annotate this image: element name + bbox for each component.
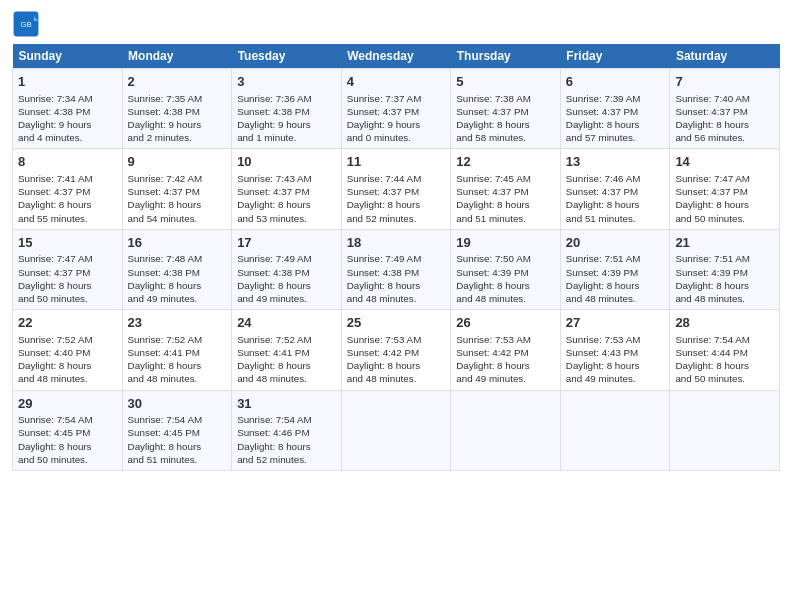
col-header-saturday: Saturday: [670, 44, 780, 69]
calendar-cell: 9Sunrise: 7:42 AMSunset: 4:37 PMDaylight…: [122, 149, 232, 229]
day-info: Sunrise: 7:44 AMSunset: 4:37 PMDaylight:…: [347, 172, 446, 225]
day-info: Sunrise: 7:53 AMSunset: 4:43 PMDaylight:…: [566, 333, 665, 386]
calendar-cell: 11Sunrise: 7:44 AMSunset: 4:37 PMDayligh…: [341, 149, 451, 229]
calendar-cell: 24Sunrise: 7:52 AMSunset: 4:41 PMDayligh…: [232, 310, 342, 390]
day-number: 22: [18, 314, 117, 332]
day-number: 18: [347, 234, 446, 252]
day-number: 12: [456, 153, 555, 171]
calendar-cell: 10Sunrise: 7:43 AMSunset: 4:37 PMDayligh…: [232, 149, 342, 229]
col-header-sunday: Sunday: [13, 44, 123, 69]
day-info: Sunrise: 7:51 AMSunset: 4:39 PMDaylight:…: [675, 252, 774, 305]
day-info: Sunrise: 7:54 AMSunset: 4:46 PMDaylight:…: [237, 413, 336, 466]
calendar-cell: 14Sunrise: 7:47 AMSunset: 4:37 PMDayligh…: [670, 149, 780, 229]
day-number: 26: [456, 314, 555, 332]
calendar-cell: 18Sunrise: 7:49 AMSunset: 4:38 PMDayligh…: [341, 229, 451, 309]
day-number: 16: [128, 234, 227, 252]
calendar-cell: 16Sunrise: 7:48 AMSunset: 4:38 PMDayligh…: [122, 229, 232, 309]
day-info: Sunrise: 7:48 AMSunset: 4:38 PMDaylight:…: [128, 252, 227, 305]
calendar-cell: 13Sunrise: 7:46 AMSunset: 4:37 PMDayligh…: [560, 149, 670, 229]
day-info: Sunrise: 7:53 AMSunset: 4:42 PMDaylight:…: [456, 333, 555, 386]
col-header-friday: Friday: [560, 44, 670, 69]
calendar-cell: 8Sunrise: 7:41 AMSunset: 4:37 PMDaylight…: [13, 149, 123, 229]
calendar-cell: 7Sunrise: 7:40 AMSunset: 4:37 PMDaylight…: [670, 69, 780, 149]
logo: GB: [12, 10, 44, 38]
day-number: 17: [237, 234, 336, 252]
calendar-cell: [560, 390, 670, 470]
day-number: 9: [128, 153, 227, 171]
day-number: 24: [237, 314, 336, 332]
day-number: 29: [18, 395, 117, 413]
calendar-cell: 30Sunrise: 7:54 AMSunset: 4:45 PMDayligh…: [122, 390, 232, 470]
day-info: Sunrise: 7:37 AMSunset: 4:37 PMDaylight:…: [347, 92, 446, 145]
day-info: Sunrise: 7:47 AMSunset: 4:37 PMDaylight:…: [675, 172, 774, 225]
day-info: Sunrise: 7:49 AMSunset: 4:38 PMDaylight:…: [347, 252, 446, 305]
day-info: Sunrise: 7:42 AMSunset: 4:37 PMDaylight:…: [128, 172, 227, 225]
day-number: 6: [566, 73, 665, 91]
day-number: 3: [237, 73, 336, 91]
day-number: 14: [675, 153, 774, 171]
calendar-cell: 19Sunrise: 7:50 AMSunset: 4:39 PMDayligh…: [451, 229, 561, 309]
week-row-1: 1Sunrise: 7:34 AMSunset: 4:38 PMDaylight…: [13, 69, 780, 149]
col-header-monday: Monday: [122, 44, 232, 69]
day-number: 2: [128, 73, 227, 91]
calendar-cell: 4Sunrise: 7:37 AMSunset: 4:37 PMDaylight…: [341, 69, 451, 149]
day-info: Sunrise: 7:52 AMSunset: 4:41 PMDaylight:…: [237, 333, 336, 386]
day-number: 20: [566, 234, 665, 252]
day-info: Sunrise: 7:54 AMSunset: 4:44 PMDaylight:…: [675, 333, 774, 386]
calendar-cell: 1Sunrise: 7:34 AMSunset: 4:38 PMDaylight…: [13, 69, 123, 149]
day-info: Sunrise: 7:41 AMSunset: 4:37 PMDaylight:…: [18, 172, 117, 225]
week-row-3: 15Sunrise: 7:47 AMSunset: 4:37 PMDayligh…: [13, 229, 780, 309]
day-info: Sunrise: 7:49 AMSunset: 4:38 PMDaylight:…: [237, 252, 336, 305]
week-row-4: 22Sunrise: 7:52 AMSunset: 4:40 PMDayligh…: [13, 310, 780, 390]
day-info: Sunrise: 7:46 AMSunset: 4:37 PMDaylight:…: [566, 172, 665, 225]
calendar-cell: 12Sunrise: 7:45 AMSunset: 4:37 PMDayligh…: [451, 149, 561, 229]
calendar-cell: 20Sunrise: 7:51 AMSunset: 4:39 PMDayligh…: [560, 229, 670, 309]
day-info: Sunrise: 7:38 AMSunset: 4:37 PMDaylight:…: [456, 92, 555, 145]
calendar-cell: 17Sunrise: 7:49 AMSunset: 4:38 PMDayligh…: [232, 229, 342, 309]
calendar-cell: 5Sunrise: 7:38 AMSunset: 4:37 PMDaylight…: [451, 69, 561, 149]
calendar-cell: 28Sunrise: 7:54 AMSunset: 4:44 PMDayligh…: [670, 310, 780, 390]
calendar-cell: 29Sunrise: 7:54 AMSunset: 4:45 PMDayligh…: [13, 390, 123, 470]
day-info: Sunrise: 7:35 AMSunset: 4:38 PMDaylight:…: [128, 92, 227, 145]
calendar-cell: 21Sunrise: 7:51 AMSunset: 4:39 PMDayligh…: [670, 229, 780, 309]
calendar-cell: 2Sunrise: 7:35 AMSunset: 4:38 PMDaylight…: [122, 69, 232, 149]
calendar-cell: 15Sunrise: 7:47 AMSunset: 4:37 PMDayligh…: [13, 229, 123, 309]
calendar-cell: 26Sunrise: 7:53 AMSunset: 4:42 PMDayligh…: [451, 310, 561, 390]
day-info: Sunrise: 7:45 AMSunset: 4:37 PMDaylight:…: [456, 172, 555, 225]
calendar-cell: 27Sunrise: 7:53 AMSunset: 4:43 PMDayligh…: [560, 310, 670, 390]
day-info: Sunrise: 7:43 AMSunset: 4:37 PMDaylight:…: [237, 172, 336, 225]
week-row-5: 29Sunrise: 7:54 AMSunset: 4:45 PMDayligh…: [13, 390, 780, 470]
day-info: Sunrise: 7:36 AMSunset: 4:38 PMDaylight:…: [237, 92, 336, 145]
day-number: 7: [675, 73, 774, 91]
day-number: 31: [237, 395, 336, 413]
day-info: Sunrise: 7:40 AMSunset: 4:37 PMDaylight:…: [675, 92, 774, 145]
day-number: 5: [456, 73, 555, 91]
day-info: Sunrise: 7:34 AMSunset: 4:38 PMDaylight:…: [18, 92, 117, 145]
day-info: Sunrise: 7:50 AMSunset: 4:39 PMDaylight:…: [456, 252, 555, 305]
day-number: 28: [675, 314, 774, 332]
day-info: Sunrise: 7:54 AMSunset: 4:45 PMDaylight:…: [18, 413, 117, 466]
calendar-cell: 6Sunrise: 7:39 AMSunset: 4:37 PMDaylight…: [560, 69, 670, 149]
day-number: 27: [566, 314, 665, 332]
day-info: Sunrise: 7:54 AMSunset: 4:45 PMDaylight:…: [128, 413, 227, 466]
calendar-cell: [341, 390, 451, 470]
day-info: Sunrise: 7:53 AMSunset: 4:42 PMDaylight:…: [347, 333, 446, 386]
calendar-table: SundayMondayTuesdayWednesdayThursdayFrid…: [12, 44, 780, 471]
day-info: Sunrise: 7:39 AMSunset: 4:37 PMDaylight:…: [566, 92, 665, 145]
calendar-cell: 31Sunrise: 7:54 AMSunset: 4:46 PMDayligh…: [232, 390, 342, 470]
day-number: 19: [456, 234, 555, 252]
day-number: 4: [347, 73, 446, 91]
day-number: 1: [18, 73, 117, 91]
day-info: Sunrise: 7:47 AMSunset: 4:37 PMDaylight:…: [18, 252, 117, 305]
day-info: Sunrise: 7:51 AMSunset: 4:39 PMDaylight:…: [566, 252, 665, 305]
day-info: Sunrise: 7:52 AMSunset: 4:40 PMDaylight:…: [18, 333, 117, 386]
col-header-tuesday: Tuesday: [232, 44, 342, 69]
col-header-wednesday: Wednesday: [341, 44, 451, 69]
svg-text:GB: GB: [20, 20, 31, 29]
calendar-cell: [451, 390, 561, 470]
day-number: 25: [347, 314, 446, 332]
day-number: 15: [18, 234, 117, 252]
col-header-thursday: Thursday: [451, 44, 561, 69]
day-number: 11: [347, 153, 446, 171]
day-number: 30: [128, 395, 227, 413]
